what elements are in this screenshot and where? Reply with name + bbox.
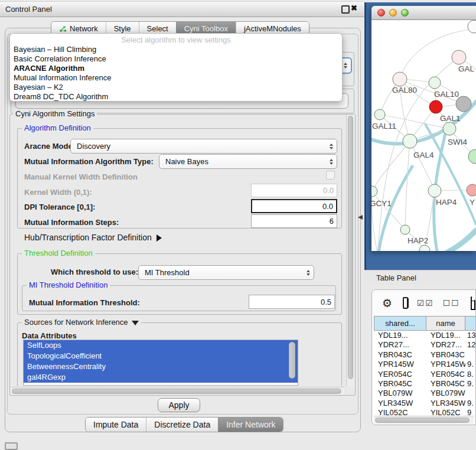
network-node[interactable]	[468, 149, 476, 164]
dropdown-hint: Select algorithm to view settings	[10, 35, 342, 45]
cell: YDR27...	[374, 340, 426, 350]
network-canvas[interactable]: GAL GAL80 GAL10 GAL11 GAL1 SWI4 GAL4 GCY…	[371, 20, 476, 251]
dpi-tolerance-field[interactable]: 0.0	[251, 199, 337, 213]
sources-title[interactable]: Sources for Network Inference	[22, 318, 141, 327]
columns-icon[interactable]	[403, 297, 408, 309]
network-node[interactable]	[400, 225, 410, 234]
cell: YDR27...	[426, 340, 465, 350]
mi-type-combo[interactable]: Naive Bayes	[159, 154, 337, 169]
cell: 9	[465, 408, 475, 416]
table-hscroll-thumb[interactable]	[375, 418, 470, 423]
cell: 9.	[465, 379, 475, 389]
table-panel: ⚙ ☑☑ ☐☐ shared... name YDL19...YDL19...1…	[371, 289, 476, 425]
list-item[interactable]: TopologicalCoefficient	[24, 351, 298, 361]
column-header-shared-name[interactable]: shared...	[374, 316, 426, 331]
node-label-gal4: GAL4	[413, 151, 434, 159]
dropdown-item[interactable]: Dream8 DC_TDC Algorithm	[10, 92, 342, 102]
mi-threshold-field[interactable]: 0.5	[249, 295, 335, 309]
hub-definition-toggle[interactable]: Hub/Transcription Factor Definition	[24, 233, 162, 242]
network-node[interactable]	[429, 77, 441, 89]
table-horizontal-scrollbar[interactable]	[374, 416, 474, 424]
settings-vscroll-thumb[interactable]	[348, 116, 353, 379]
collapsed-arrow-icon	[157, 234, 162, 242]
table-row[interactable]: YLR345WYLR345W9.	[374, 399, 475, 408]
which-threshold-combo[interactable]: MI Threshold	[138, 265, 314, 280]
mi-steps-field[interactable]: 6	[251, 214, 337, 228]
node-label-hap4: HAP4	[436, 198, 457, 207]
apply-button-label: Apply	[168, 400, 189, 410]
panel-corner-button[interactable]	[5, 442, 18, 450]
close-traffic-light-icon[interactable]	[377, 9, 385, 17]
settings-horizontal-scrollbar[interactable]	[11, 387, 345, 395]
column-header-name[interactable]: name	[426, 316, 465, 331]
network-node[interactable]	[467, 184, 476, 196]
table-panel-title: Table Panel	[376, 273, 416, 282]
tab-select-label: Select	[147, 24, 168, 33]
table-row[interactable]: YPR145WYPR145W9.	[374, 360, 475, 369]
network-node[interactable]	[393, 72, 407, 86]
manual-kernel-checkbox[interactable]	[326, 171, 335, 180]
dropdown-item-selected[interactable]: ARACNE Algorithm	[10, 64, 342, 73]
dropdown-item[interactable]: Bayesian – Hill Climbing	[10, 45, 342, 54]
tab-discretize-data-label: Discretize Data	[154, 420, 210, 429]
list-item[interactable]: gal4RGexp	[24, 372, 298, 383]
dropdown-item[interactable]: Mutual Information Inference	[10, 73, 342, 83]
network-node[interactable]	[468, 20, 476, 33]
network-node[interactable]	[419, 245, 430, 251]
table-row[interactable]: YBL079WYBL079W	[374, 389, 475, 398]
cell: 9.	[465, 360, 475, 369]
deselect-all-checkboxes-icon[interactable]: ☐☐	[443, 298, 460, 308]
settings-hscroll-thumb[interactable]	[12, 389, 341, 394]
new-table-icon[interactable]	[471, 296, 475, 310]
zoom-traffic-light-icon[interactable]	[401, 9, 409, 17]
node-label-gal: GAL	[458, 64, 475, 73]
dropdown-item[interactable]: Bayesian – K2	[10, 83, 342, 92]
dpi-tolerance-value: 0.0	[322, 202, 333, 211]
cell: YLR345W	[374, 399, 426, 408]
cell: YLR345W	[426, 399, 465, 408]
table-row[interactable]: YER054CYER054C8.	[374, 370, 475, 379]
table-row[interactable]: YDR27...YDR27...12	[374, 340, 475, 350]
network-node[interactable]	[403, 134, 417, 148]
apply-button[interactable]: Apply	[158, 398, 200, 412]
aracne-mode-combo[interactable]: Discovery	[70, 139, 337, 154]
cell: YDL19...	[374, 331, 426, 340]
cell: YER054C	[374, 370, 426, 379]
algorithm-definition-title: Algorithm Definition	[22, 124, 93, 132]
network-node[interactable]	[452, 50, 466, 64]
network-window-titlebar[interactable]	[371, 6, 476, 20]
table-row[interactable]: YDL19...YDL19...13	[374, 331, 475, 340]
algorithm-dropdown-popup: Select algorithm to view settings Bayesi…	[9, 33, 343, 102]
table-body: YDL19...YDL19...13 YDR27...YDR27...12 YB…	[374, 331, 475, 416]
list-item[interactable]: SelfLoops	[24, 340, 298, 351]
network-node[interactable]	[443, 122, 456, 135]
network-node[interactable]	[428, 184, 441, 197]
table-row[interactable]: YBR045CYBR045C9.	[374, 379, 475, 389]
settings-vertical-scrollbar[interactable]	[346, 115, 355, 386]
tab-discretize-data[interactable]: Discretize Data	[146, 418, 218, 432]
mi-steps-value: 6	[330, 217, 334, 226]
cell	[465, 350, 475, 360]
splitter-cursor-icon	[358, 215, 363, 220]
column-header-partial[interactable]	[465, 316, 476, 331]
kernel-width-value: 0.0	[323, 186, 334, 195]
list-item[interactable]: BetweennessCentrality	[24, 361, 298, 372]
window-float-icon[interactable]	[341, 5, 350, 14]
cyni-algorithm-settings-title: Cyni Algorithm Settings	[13, 110, 97, 118]
network-node-selected-red[interactable]	[429, 100, 442, 113]
tab-infer-network[interactable]: Infer Network	[218, 418, 283, 432]
minimize-traffic-light-icon[interactable]	[389, 9, 397, 17]
dropdown-item[interactable]: Basic Correlation Inference	[10, 54, 342, 64]
cell: 9.	[465, 399, 475, 408]
tab-impute-data[interactable]: Impute Data	[86, 418, 146, 432]
network-node[interactable]	[371, 186, 377, 197]
window-close-icon[interactable]: ✖	[351, 4, 357, 12]
gear-icon[interactable]: ⚙	[382, 296, 392, 310]
kernel-width-field[interactable]: 0.0	[251, 184, 337, 197]
table-row[interactable]: YBR043CYBR043C	[374, 350, 475, 360]
list-scrollbar-thumb[interactable]	[289, 342, 295, 379]
network-node[interactable]	[374, 109, 385, 120]
select-all-checkboxes-icon[interactable]: ☑☑	[417, 298, 434, 308]
manual-kernel-label: Manual Kernel Width Definition	[24, 172, 138, 181]
table-row[interactable]: YIL052CYIL052C9	[374, 408, 475, 416]
